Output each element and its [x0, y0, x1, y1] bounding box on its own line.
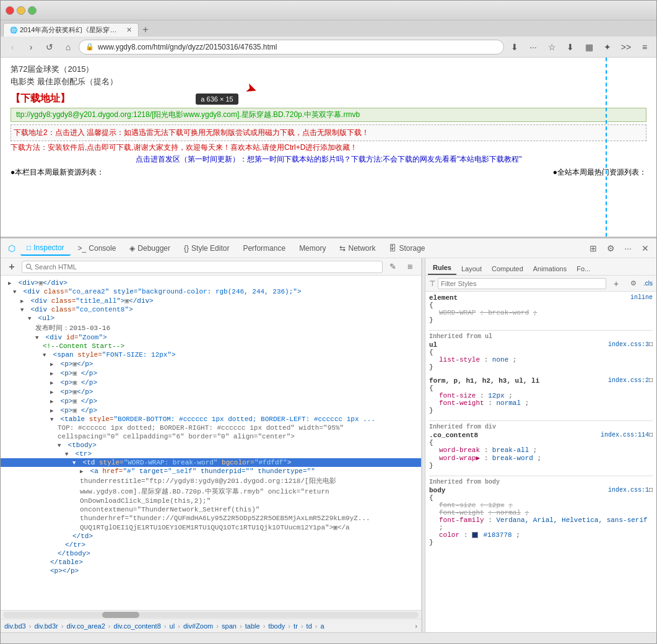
- tree-toggle[interactable]: [35, 334, 41, 341]
- tree-toggle[interactable]: [8, 279, 14, 287]
- extensions-btn[interactable]: >>: [618, 39, 634, 55]
- add-rule-btn[interactable]: +: [609, 276, 624, 291]
- new-tab-btn[interactable]: +: [139, 23, 152, 37]
- prop-name: font-family: [439, 516, 484, 524]
- cls-label: .cls: [643, 280, 653, 287]
- devtools-close-btn[interactable]: ✕: [638, 241, 653, 256]
- devtools-tab-performance[interactable]: Performance: [237, 242, 292, 255]
- breadcrumb-item-div-zoom[interactable]: div#Zoom: [183, 622, 213, 630]
- tree-toggle[interactable]: [50, 360, 56, 368]
- url-bar[interactable]: 🔒 www.ygdy8.com/html/gndy/dyzz/20150316/…: [79, 40, 504, 54]
- maximize-window-btn[interactable]: [28, 6, 37, 15]
- tree-toggle[interactable]: [20, 297, 27, 305]
- html-line: <div class="title_all">▣</div>: [1, 296, 421, 305]
- browser-tab-active[interactable]: 🌐 2014年高分获奖科幻《星际穿越》 ✕: [3, 23, 139, 37]
- breadcrumb-item-a[interactable]: a: [321, 622, 324, 630]
- breadcrumb-chevron[interactable]: ›: [415, 622, 417, 630]
- reload-btn[interactable]: ↺: [41, 39, 58, 55]
- html-line: <div>▣</div>: [1, 278, 421, 287]
- devtools-tab-inspector[interactable]: □ Inspector: [20, 241, 71, 256]
- scroll-thumb[interactable]: [102, 612, 139, 618]
- devtools-toolbar-right: ⊞ ⚙ ··· ✕: [586, 241, 653, 256]
- ul-icon: □: [649, 341, 653, 348]
- color-swatch[interactable]: [472, 532, 478, 538]
- style-tab-rules[interactable]: Rules: [428, 261, 456, 275]
- devtools-settings-btn[interactable]: ⚙: [603, 241, 618, 256]
- tree-toggle[interactable]: [72, 459, 79, 466]
- html-line: <p>▣ </p>: [1, 378, 421, 387]
- prop-value: break-word: [492, 455, 533, 462]
- tree-toggle[interactable]: [20, 306, 27, 313]
- edit-html-btn[interactable]: ✎: [385, 259, 400, 274]
- html-line-selected[interactable]: <td style="WORD-WRAP: break-word" bgcolo…: [1, 458, 421, 467]
- tree-toggle[interactable]: [65, 450, 71, 458]
- css-block-form: form, p, h1, h2, h3, ul, li □ index.css:…: [429, 377, 653, 414]
- star-btn[interactable]: ☆: [544, 39, 560, 55]
- breadcrumb-item-table[interactable]: table: [245, 622, 260, 630]
- bookmark-btn[interactable]: ⬇: [507, 39, 523, 55]
- ul-source: index.css:3: [608, 341, 649, 348]
- search-html-input[interactable]: [22, 261, 383, 273]
- html-line: </td>: [1, 532, 421, 541]
- breadcrumb-item-td[interactable]: td: [307, 622, 312, 630]
- tree-toggle[interactable]: [50, 388, 56, 396]
- pick-element-btn[interactable]: ⊞: [402, 259, 417, 274]
- html-scrollbar[interactable]: [1, 610, 421, 619]
- style-settings-btn[interactable]: ⚙: [626, 276, 641, 291]
- pocket-btn[interactable]: ✦: [599, 39, 616, 55]
- prop-value: break-all: [492, 446, 529, 454]
- responsive-design-btn[interactable]: ⊞: [586, 241, 601, 256]
- css-selector-element: element inline: [429, 294, 653, 302]
- tree-toggle[interactable]: [28, 315, 34, 322]
- tooltip-box: a 636 × 15: [196, 94, 238, 105]
- devtools-more-btn[interactable]: ···: [620, 241, 635, 256]
- devtools-tab-storage[interactable]: 🗄 Storage: [383, 242, 431, 255]
- tab-close-btn[interactable]: ✕: [126, 26, 132, 34]
- reader-btn[interactable]: ▦: [581, 39, 597, 55]
- filter-styles-input[interactable]: [438, 278, 606, 289]
- style-tab-layout[interactable]: Layout: [456, 263, 487, 275]
- close-window-btn[interactable]: [6, 6, 14, 15]
- breadcrumb-item-div-bd3[interactable]: div.bd3: [4, 622, 26, 630]
- add-node-btn[interactable]: +: [4, 259, 19, 274]
- tree-toggle[interactable]: [50, 379, 56, 386]
- style-tab-fo[interactable]: Fo...: [572, 263, 595, 275]
- menu-btn[interactable]: ≡: [637, 39, 653, 55]
- tree-toggle[interactable]: [50, 416, 56, 423]
- style-tab-computed[interactable]: Computed: [487, 263, 528, 275]
- home-btn[interactable]: ⌂: [60, 39, 76, 55]
- tree-toggle[interactable]: [50, 398, 56, 405]
- tree-toggle[interactable]: [13, 288, 19, 295]
- tree-toggle[interactable]: [58, 442, 64, 449]
- minimize-window-btn[interactable]: [17, 6, 25, 15]
- week-hot: ●全站本周最热门资源列表：: [553, 167, 646, 178]
- storage-label: Storage: [399, 244, 425, 253]
- devtools-tab-network[interactable]: ⇆ Network: [333, 242, 381, 255]
- breadcrumb-item-tbody[interactable]: tbody: [268, 622, 285, 630]
- tree-toggle[interactable]: [43, 351, 49, 359]
- inspector-pick-btn[interactable]: ⬡: [4, 241, 19, 256]
- tree-toggle[interactable]: [50, 407, 56, 414]
- co-content8-source: index.css:114: [601, 432, 649, 438]
- tree-toggle[interactable]: [80, 468, 86, 475]
- breadcrumb-item-div-bd3r[interactable]: div.bd3r: [34, 622, 58, 630]
- share-btn[interactable]: ···: [525, 39, 541, 55]
- breadcrumb-item-span[interactable]: span: [222, 622, 237, 630]
- css-prop: color : #183778 ;: [429, 531, 653, 539]
- breadcrumb-item-tr[interactable]: tr: [294, 622, 298, 630]
- download-btn[interactable]: ⬇: [562, 39, 578, 55]
- breadcrumb-item-div-cocontent8[interactable]: div.co_content8: [114, 622, 161, 630]
- devtools-tab-debugger[interactable]: ◈ Debugger: [123, 242, 176, 255]
- style-tab-animations[interactable]: Animations: [528, 263, 572, 275]
- element-source: inline: [630, 294, 653, 301]
- breadcrumb-item-div-coarea2[interactable]: div.co_area2: [67, 622, 105, 630]
- prop-value: 12px: [488, 502, 504, 509]
- devtools-tab-memory[interactable]: Memory: [293, 242, 332, 255]
- forward-btn[interactable]: ›: [23, 39, 39, 55]
- tree-toggle[interactable]: [50, 370, 56, 377]
- download-link-bar[interactable]: ttp://ygdy8:ygdy8@y201.dygod.org:1218/[阳…: [11, 108, 646, 122]
- devtools-tab-console[interactable]: >_ Console: [72, 242, 123, 255]
- breadcrumb-item-ul[interactable]: ul: [170, 622, 175, 630]
- devtools-tab-style[interactable]: {} Style Editor: [178, 242, 235, 255]
- back-btn[interactable]: ‹: [4, 39, 20, 55]
